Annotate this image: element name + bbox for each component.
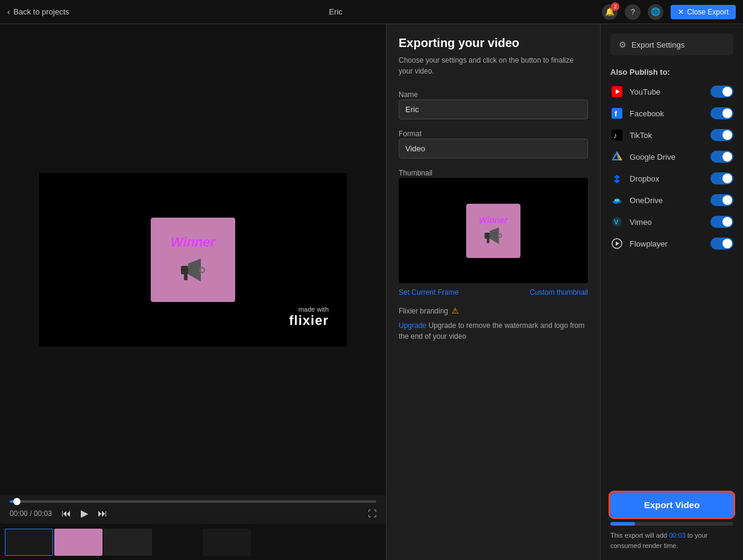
progress-knob — [13, 498, 21, 505]
warning-icon: ⚠ — [452, 306, 459, 315]
video-content: Winner made with flixier — [39, 173, 347, 347]
tiktok-toggle[interactable] — [710, 129, 733, 141]
export-video-section: Export Video This export will add 00:03 … — [610, 483, 733, 550]
branding-row: Flixier branding ⚠ — [399, 306, 588, 315]
topbar-title: Eric — [329, 7, 342, 16]
center-panel: Exporting your video Choose your setting… — [386, 24, 600, 560]
branding-label: Flixier branding — [399, 307, 448, 315]
svg-text:♪: ♪ — [613, 131, 617, 140]
main-layout: Winner made with flixier — [0, 24, 743, 560]
googledrive-label: Google Drive — [630, 153, 675, 162]
tiktok-label: TikTok — [630, 131, 652, 140]
publish-item-onedrive: OneDrive — [610, 193, 733, 207]
notification-bell[interactable]: 🔔 2 — [602, 4, 618, 20]
publish-item-vimeo: V Vimeo — [610, 215, 733, 228]
dropbox-toggle[interactable] — [710, 172, 733, 184]
publish-item-left: Dropbox — [610, 172, 659, 185]
svg-marker-18 — [614, 179, 620, 183]
filmstrip-item[interactable] — [153, 529, 201, 556]
vimeo-toggle[interactable] — [710, 216, 733, 228]
time-display: 00:00 / 00:03 — [10, 509, 52, 518]
thumbnail-label: Thumbnail — [399, 169, 432, 177]
facebook-label: Facebook — [630, 109, 664, 118]
globe-icon: 🌐 — [651, 7, 660, 16]
filmstrip-item[interactable] — [104, 529, 152, 556]
set-current-frame-link[interactable]: Set Current Frame — [399, 288, 458, 297]
also-publish-title: Also Publish to: — [610, 68, 733, 77]
help-button[interactable]: ? — [625, 4, 640, 20]
thumb-megaphone-icon — [482, 225, 504, 247]
flixier-watermark: made with flixier — [289, 306, 329, 329]
svg-rect-4 — [485, 232, 490, 238]
thumbnail-area: Winner — [399, 178, 588, 283]
export-settings-header[interactable]: ⚙ Export Settings — [610, 34, 733, 55]
svg-text:V: V — [614, 218, 619, 225]
thumb-winner-text: Winner — [479, 215, 507, 225]
filmstrip-item[interactable] — [54, 529, 103, 556]
toggle-knob — [722, 239, 732, 248]
megaphone-icon — [178, 255, 208, 285]
flixier-brand-text: flixier — [289, 313, 329, 329]
x-icon: ✕ — [678, 8, 684, 16]
close-export-button[interactable]: ✕ Close Export — [671, 5, 736, 19]
toggle-knob — [722, 217, 732, 227]
publish-items: YouTube f Facebook — [610, 85, 733, 483]
facebook-icon: f — [610, 107, 624, 120]
publish-item-left: Google Drive — [610, 150, 675, 163]
publish-item-dropbox: Dropbox — [610, 172, 733, 185]
svg-marker-1 — [188, 259, 201, 282]
flowplayer-icon — [610, 237, 624, 250]
upgrade-link[interactable]: Upgrade — [399, 321, 426, 330]
toggle-knob — [722, 87, 732, 96]
left-panel: Winner made with flixier — [0, 24, 386, 560]
publish-item-flowplayer: Flowplayer — [610, 237, 733, 250]
play-button[interactable]: ▶ — [81, 508, 88, 519]
publish-item-left: Flowplayer — [610, 237, 668, 250]
made-with-text: made with — [289, 306, 329, 313]
googledrive-toggle[interactable] — [710, 151, 733, 163]
export-title: Exporting your video — [399, 36, 588, 50]
dropbox-icon — [610, 172, 624, 185]
topbar: ‹ Back to projects Eric 🔔 2 ? 🌐 ✕ Close … — [0, 0, 743, 24]
publish-item-facebook: f Facebook — [610, 107, 733, 120]
back-to-projects[interactable]: ‹ Back to projects — [7, 7, 69, 16]
youtube-toggle[interactable] — [710, 86, 733, 98]
name-input[interactable] — [399, 99, 588, 119]
publish-item-tiktok: ♪ TikTok — [610, 128, 733, 142]
onedrive-icon — [610, 193, 624, 207]
language-button[interactable]: 🌐 — [648, 4, 663, 20]
publish-item-googledrive: Google Drive — [610, 150, 733, 163]
rewind-button[interactable]: ⏮ — [62, 508, 71, 519]
toggle-knob — [722, 174, 732, 183]
vimeo-icon: V — [610, 215, 624, 228]
facebook-toggle[interactable] — [710, 107, 733, 119]
format-input[interactable] — [399, 139, 588, 159]
custom-thumbnail-link[interactable]: Custom thumbnail — [530, 288, 588, 297]
export-subtitle: Choose your settings and click on the bu… — [399, 55, 588, 77]
render-info: This export will add 00:03 to your consu… — [610, 530, 733, 550]
publish-item-left: V Vimeo — [610, 215, 652, 228]
thumbnail-inner: Winner — [466, 204, 520, 258]
fast-forward-button[interactable]: ⏭ — [98, 508, 107, 519]
video-inner-box: Winner — [151, 218, 235, 302]
notification-badge: 2 — [611, 2, 619, 11]
render-progress-bar — [610, 522, 733, 526]
winner-text: Winner — [171, 234, 215, 250]
filmstrip-item[interactable] — [5, 529, 53, 556]
render-progress-fill — [610, 522, 635, 526]
flowplayer-toggle[interactable] — [710, 238, 733, 250]
svg-rect-0 — [181, 266, 188, 274]
controls-left: 00:00 / 00:03 ⏮ ▶ ⏭ — [10, 508, 107, 519]
right-panel: ⚙ Export Settings Also Publish to: YouTu… — [600, 24, 743, 560]
progress-bar[interactable] — [10, 500, 376, 503]
filmstrip-item[interactable] — [203, 529, 251, 556]
render-time: 00:03 — [669, 532, 686, 539]
publish-item-youtube: YouTube — [610, 85, 733, 98]
onedrive-toggle[interactable] — [710, 194, 733, 206]
svg-point-21 — [615, 199, 619, 202]
fullscreen-button[interactable]: ⛶ — [368, 509, 376, 518]
publish-item-left: f Facebook — [610, 107, 664, 120]
export-video-button[interactable]: Export Video — [610, 492, 733, 517]
svg-rect-6 — [487, 239, 489, 243]
youtube-label: YouTube — [630, 87, 660, 96]
